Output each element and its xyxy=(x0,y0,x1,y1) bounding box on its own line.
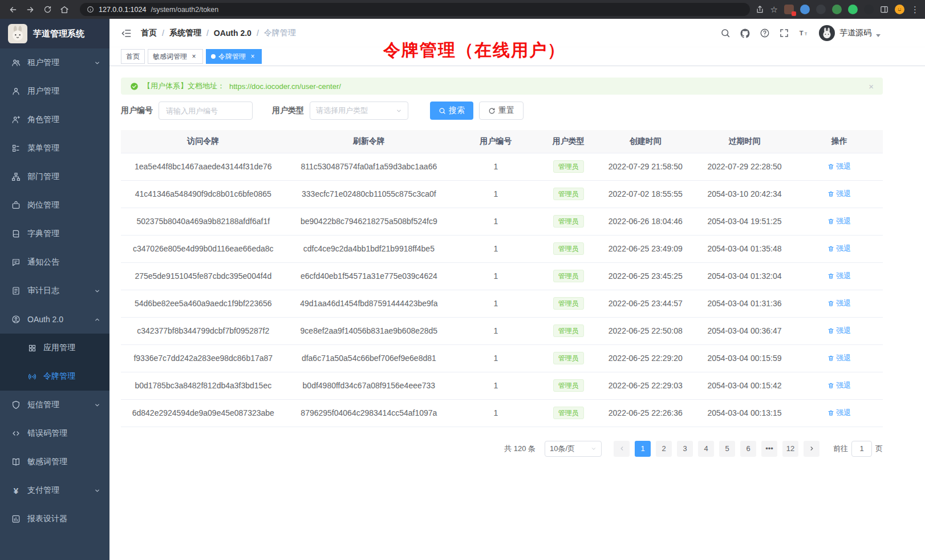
page-button-5[interactable]: 5 xyxy=(719,441,735,457)
sidebar-item-sms[interactable]: 短信管理 xyxy=(0,391,109,419)
browser-menu-icon[interactable]: ⋮ xyxy=(911,5,919,14)
pagination: 共 120 条 10条/页 1 2 3 4 5 6 ••• 12 xyxy=(121,441,883,457)
page-button-4[interactable]: 4 xyxy=(698,441,714,457)
collapse-sidebar-button[interactable] xyxy=(121,28,132,39)
user-type-badge: 管理员 xyxy=(553,352,584,364)
breadcrumb-item[interactable]: 系统管理 xyxy=(169,28,201,38)
tab-close-icon[interactable]: × xyxy=(249,52,257,60)
sidebar-item-post[interactable]: 岗位管理 xyxy=(0,191,109,220)
sidebar-item-payment[interactable]: ¥ 支付管理 xyxy=(0,476,109,505)
user-type-select[interactable]: 请选择用户类型 xyxy=(310,102,408,120)
force-logout-button[interactable]: 强退 xyxy=(827,189,851,199)
sidebar-item-dept[interactable]: 部门管理 xyxy=(0,163,109,191)
force-logout-button[interactable]: 强退 xyxy=(827,271,851,281)
sms-shield-icon xyxy=(11,400,21,409)
goto-page-input[interactable] xyxy=(851,441,872,457)
tab-oauth-token[interactable]: 令牌管理 × xyxy=(206,49,262,64)
side-panel-button[interactable] xyxy=(880,5,889,14)
browser-back-button[interactable] xyxy=(6,2,21,17)
reset-button[interactable]: 重置 xyxy=(479,102,524,120)
sidebar-item-notice[interactable]: 通知公告 xyxy=(0,248,109,277)
more-pages-button[interactable]: ••• xyxy=(761,441,777,457)
force-logout-button[interactable]: 强退 xyxy=(827,298,851,309)
chevron-down-icon xyxy=(94,402,100,408)
github-link-button[interactable] xyxy=(740,28,750,39)
extension-icon[interactable] xyxy=(800,5,810,14)
browser-forward-button[interactable] xyxy=(23,2,38,17)
sidebar-item-error-code[interactable]: 错误码管理 xyxy=(0,419,109,448)
force-logout-button[interactable]: 强退 xyxy=(827,216,851,226)
font-size-icon: TT xyxy=(798,28,810,38)
app-logo[interactable]: 芋道管理系统 xyxy=(0,19,109,48)
access-token-cell: 502375b8040a469a9b82188afdf6af1f xyxy=(121,208,286,235)
doc-link[interactable]: https://doc.iocoder.cn/user-center/ xyxy=(229,82,341,91)
app-title: 芋道管理系统 xyxy=(33,29,84,39)
page-button-3[interactable]: 3 xyxy=(677,441,693,457)
extension-icon[interactable] xyxy=(784,5,794,14)
breadcrumb-item[interactable]: OAuth 2.0 xyxy=(214,29,251,38)
sidebar-item-sensitive-word[interactable]: 敏感词管理 xyxy=(0,448,109,476)
page-button-1[interactable]: 1 xyxy=(635,441,651,457)
action-cell: 强退 xyxy=(796,372,883,399)
hamburger-fold-icon xyxy=(121,28,132,39)
chevron-right-icon xyxy=(809,445,815,452)
force-logout-button[interactable]: 强退 xyxy=(827,161,851,172)
next-page-button[interactable] xyxy=(804,441,819,457)
breadcrumb-item[interactable]: 首页 xyxy=(141,28,157,38)
sidebar-item-oauth-app[interactable]: 应用管理 xyxy=(0,334,109,362)
user-id-input[interactable] xyxy=(159,102,253,120)
alert-close-icon[interactable]: × xyxy=(869,82,874,91)
header-search-button[interactable] xyxy=(720,28,731,38)
extension-icon[interactable] xyxy=(816,5,826,14)
prev-page-button[interactable] xyxy=(614,441,630,457)
user-id-cell: 1 xyxy=(452,372,539,399)
profile-avatar-icon[interactable] xyxy=(895,5,904,14)
extension-icon[interactable] xyxy=(848,5,858,14)
trash-icon xyxy=(827,218,834,225)
sidebar-item-oauth[interactable]: OAuth 2.0 xyxy=(0,305,109,334)
force-logout-button[interactable]: 强退 xyxy=(827,408,851,418)
share-button[interactable] xyxy=(756,5,764,14)
refresh-token-cell: 49d1aa46d1454fbd87591444423be9fa xyxy=(286,290,453,317)
table-row: 1ea5e44f8bc1467aaede43144f31de76 811c530… xyxy=(121,153,883,180)
force-logout-button[interactable]: 强退 xyxy=(827,244,851,254)
user-menu[interactable]: 芋道源码 xyxy=(819,25,881,41)
page-size-select[interactable]: 10条/页 xyxy=(545,441,602,457)
sidebar-item-tenant[interactable]: 租户管理 xyxy=(0,48,109,77)
force-logout-button[interactable]: 强退 xyxy=(827,326,851,336)
font-size-button[interactable]: TT xyxy=(798,28,810,38)
browser-reload-button[interactable] xyxy=(40,2,55,17)
address-bar[interactable]: 127.0.0.1:1024/system/oauth2/token xyxy=(80,3,750,16)
sidebar-item-menu[interactable]: 菜单管理 xyxy=(0,134,109,163)
extension-icon[interactable] xyxy=(864,5,874,14)
create-time-cell: 2022-06-25 23:44:57 xyxy=(598,290,693,317)
access-token-cell: f9336e7c7dd242a283ee98dc86b17a87 xyxy=(121,344,286,372)
tab-sensitive-word[interactable]: 敏感词管理 × xyxy=(148,49,203,64)
force-logout-button[interactable]: 强退 xyxy=(827,380,851,391)
page-button-2[interactable]: 2 xyxy=(656,441,672,457)
page-button-12[interactable]: 12 xyxy=(782,441,798,457)
sidebar-item-audit-log[interactable]: 审计日志 xyxy=(0,277,109,305)
column-header-user-type: 用户类型 xyxy=(539,130,598,153)
trash-icon xyxy=(827,300,834,307)
sidebar-item-oauth-token[interactable]: 令牌管理 xyxy=(0,362,109,391)
tab-close-icon[interactable]: × xyxy=(190,52,198,60)
fullscreen-button[interactable] xyxy=(779,28,789,38)
sidebar-item-user[interactable]: 用户管理 xyxy=(0,77,109,105)
sidebar-item-role[interactable]: 角色管理 xyxy=(0,105,109,134)
bookmark-star-icon[interactable]: ☆ xyxy=(770,5,778,14)
browser-home-button[interactable] xyxy=(57,2,72,17)
sidebar-item-dict[interactable]: 字典管理 xyxy=(0,220,109,248)
home-icon xyxy=(60,5,69,14)
create-time-cell: 2022-06-25 22:50:08 xyxy=(598,317,693,344)
tab-home[interactable]: 首页 xyxy=(121,49,145,64)
chevron-down-icon xyxy=(591,446,597,452)
force-logout-button[interactable]: 强退 xyxy=(827,353,851,363)
extension-icon[interactable] xyxy=(832,5,842,14)
page-button-6[interactable]: 6 xyxy=(740,441,756,457)
help-button[interactable] xyxy=(760,28,770,38)
sidebar-item-report-designer[interactable]: 报表设计器 xyxy=(0,505,109,533)
sidebar-menu: 租户管理 用户管理 角色管理 菜单管理 部门管理 岗位管理 xyxy=(0,48,109,560)
search-button[interactable]: 搜索 xyxy=(430,102,473,120)
user-type-cell: 管理员 xyxy=(539,399,598,427)
